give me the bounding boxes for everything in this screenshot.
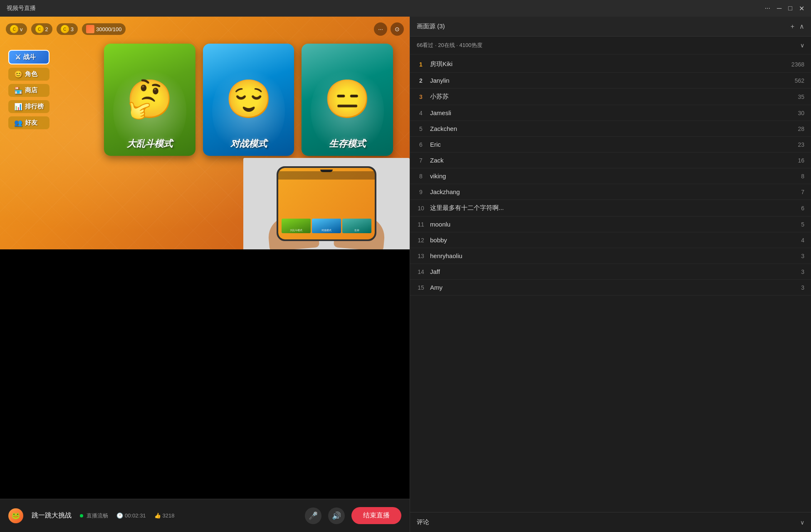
shop-label: 商店: [25, 86, 37, 94]
hud-coin-v: C v: [6, 23, 27, 35]
mic-button[interactable]: 🎤: [305, 507, 321, 524]
ranking-label: 排行榜: [25, 103, 44, 111]
like-icon: 👍: [154, 512, 161, 519]
video-area: C v C 2 C 3 30000/100: [0, 17, 410, 532]
rank-name: henryhaoliu: [430, 252, 796, 259]
rank-row: 2 Janylin 562: [410, 73, 811, 89]
menu-item-shop[interactable]: 🏪 商店: [8, 84, 49, 97]
coin-icon: C: [10, 25, 18, 33]
menu-item-battle[interactable]: ⚔ 战斗: [8, 50, 49, 64]
likes-stat: 👍 3218: [154, 512, 175, 519]
rank-number: 4: [417, 110, 425, 116]
minimize-button[interactable]: ─: [777, 5, 781, 12]
panel-title: 画面源 (3): [417, 22, 445, 30]
battle-card-label: 对战模式: [203, 138, 294, 150]
rank-row: 14 Jaff 3: [410, 264, 811, 280]
rank-score: 3: [801, 284, 804, 291]
stream-stats: 直播流畅 🕐 00:02:31 👍 3218: [80, 512, 175, 520]
phone-device: 大乱斗模式 对战模式 生存: [277, 166, 376, 241]
ranking-icon: 📊: [14, 103, 22, 111]
close-button[interactable]: ✕: [799, 5, 804, 12]
rank-row: 6 Eric 23: [410, 137, 811, 153]
hud-coin-2-label: 2: [45, 26, 48, 32]
add-source-button[interactable]: +: [791, 23, 794, 30]
phone-overlay: 大乱斗模式 对战模式 生存: [243, 158, 410, 249]
main-layout: C v C 2 C 3 30000/100: [0, 17, 811, 532]
phone-screen: 大乱斗模式 对战模式 生存: [278, 168, 375, 239]
card-survival-mode[interactable]: 😑 生存模式: [302, 44, 393, 156]
rank-row: 12 bobby 4: [410, 232, 811, 248]
stream-title: 跳一跳大挑战: [32, 511, 72, 520]
stats-row[interactable]: 66看过 · 20在线 · 4100热度 ∨: [410, 37, 811, 54]
sound-button[interactable]: 🔊: [328, 507, 345, 524]
video-content: C v C 2 C 3 30000/100: [0, 17, 410, 499]
card-chaos-mode[interactable]: 🤔 大乱斗模式: [104, 44, 195, 156]
rank-score: 3: [801, 268, 804, 275]
rank-row: 9 Jackzhang 7: [410, 184, 811, 200]
comment-chevron-icon[interactable]: ∨: [800, 519, 804, 526]
title-bar: 视频号直播 ··· ─ □ ✕: [0, 0, 811, 17]
maximize-button[interactable]: □: [788, 5, 792, 12]
rank-number: 12: [417, 237, 425, 244]
collapse-panel-button[interactable]: ∧: [799, 22, 804, 30]
rank-row: 4 Jamesli 30: [410, 105, 811, 121]
menu-item-ranking[interactable]: 📊 排行榜: [8, 100, 49, 113]
rank-name: Zackchen: [430, 125, 793, 132]
duration-text: 00:02:31: [125, 512, 146, 519]
survival-label: 生存模式: [302, 138, 393, 150]
rank-score: 562: [795, 77, 804, 84]
coin2-icon: C: [35, 25, 44, 33]
rank-number: 6: [417, 141, 425, 148]
stats-chevron-icon[interactable]: ∨: [800, 42, 804, 49]
menu-dots-icon[interactable]: ···: [765, 5, 770, 12]
hud-gift-label: 30000/100: [96, 26, 121, 32]
rank-score: 16: [798, 157, 804, 164]
hud-more-button[interactable]: ···: [374, 22, 387, 36]
rank-score: 28: [798, 126, 804, 132]
rank-number: 5: [417, 126, 425, 132]
menu-item-friends[interactable]: 👥 好友: [8, 116, 49, 129]
live-status: 直播流畅: [80, 512, 108, 520]
survival-emoji: 😑: [324, 77, 371, 121]
rank-number: 2: [417, 77, 425, 84]
card-battle-mode[interactable]: 😌 对战模式: [203, 44, 294, 156]
rank-name: viking: [430, 172, 796, 180]
hud-gift: 30000/100: [82, 23, 126, 35]
menu-item-character[interactable]: 😊 角色: [8, 68, 49, 81]
phone-card-2: 对战模式: [312, 219, 341, 233]
rank-name: Zack: [430, 157, 793, 164]
end-live-button[interactable]: 结束直播: [351, 507, 401, 524]
rank-row: 8 viking 8: [410, 168, 811, 184]
character-label: 角色: [25, 70, 37, 78]
rank-name: Amy: [430, 284, 796, 291]
panel-header-icons: + ∧: [791, 22, 804, 30]
rank-name: Eric: [430, 141, 793, 148]
comment-section[interactable]: 评论 ∨: [410, 512, 811, 532]
chaos-emoji: 🤔: [126, 77, 173, 121]
rank-row: 5 Zackchen 28: [410, 121, 811, 137]
rank-name: 房琪Kiki: [430, 60, 786, 68]
rank-number: 7: [417, 157, 425, 164]
battle-icon: ⚔: [15, 53, 21, 61]
rank-row: 13 henryhaoliu 3: [410, 248, 811, 264]
rank-number: 13: [417, 253, 425, 259]
rank-name: 这里最多有十二个字符啊...: [430, 204, 796, 212]
gift-icon: [86, 25, 94, 33]
rank-score: 30: [798, 110, 804, 116]
right-panel: 画面源 (3) + ∧ 66看过 · 20在线 · 4100热度 ∨ 1 房琪K…: [410, 17, 811, 532]
rankings-list: 1 房琪Kiki 2368 2 Janylin 562 3 小苏苏 35 4 J…: [410, 54, 811, 512]
hud-target-button[interactable]: ⊙: [391, 22, 404, 36]
hud-right-controls: ··· ⊙: [374, 22, 404, 36]
rank-number: 3: [417, 94, 425, 100]
friends-label: 好友: [25, 119, 37, 127]
hud-coin-3-label: 3: [71, 26, 74, 32]
stats-text: 66看过 · 20在线 · 4100热度: [417, 42, 482, 49]
rank-row: 7 Zack 16: [410, 153, 811, 168]
rank-number: 9: [417, 189, 425, 195]
friends-icon: 👥: [14, 119, 22, 127]
rank-number: 14: [417, 268, 425, 275]
phone-card-3: 生存: [342, 219, 371, 233]
game-screen: C v C 2 C 3 30000/100: [0, 17, 410, 249]
comment-label: 评论: [417, 518, 429, 526]
duration-stat: 🕐 00:02:31: [116, 512, 146, 519]
